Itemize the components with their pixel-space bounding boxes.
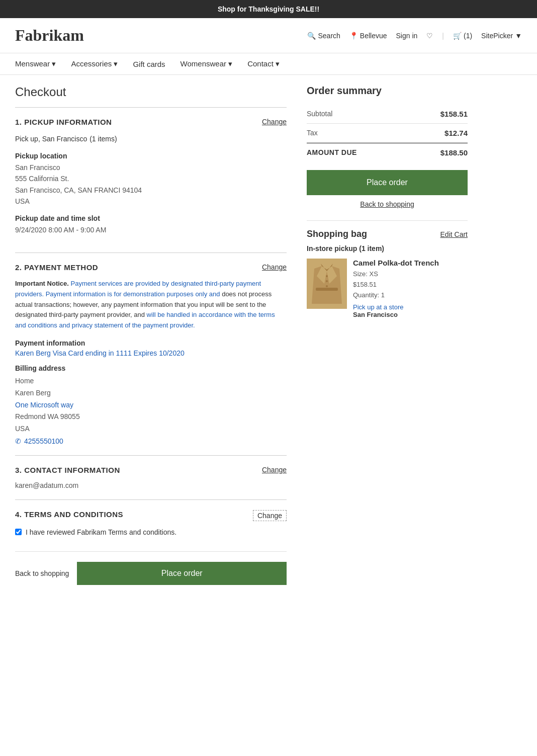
nav-accessories[interactable]: Accessories ▾ (71, 59, 118, 68)
tax-row: Tax $12.74 (307, 124, 468, 143)
cart-link[interactable]: 🛒 (1) (453, 32, 472, 40)
bag-item-image (307, 259, 347, 309)
billing-address: Home Karen Berg One Microsoft way Redmon… (15, 375, 287, 435)
cart-count: (1) (464, 32, 472, 40)
heart-icon[interactable]: ♡ (426, 32, 433, 40)
cart-icon: 🛒 (453, 32, 462, 40)
bottom-actions: Back to shopping Place order (15, 551, 287, 595)
svg-point-8 (326, 285, 328, 287)
site-picker[interactable]: SitePicker ▼ (481, 32, 522, 40)
bag-item: Camel Polka-dot Trench Size: XS $158.51 … (307, 259, 468, 318)
payment-notice: Important Notice. Payment services are p… (15, 279, 287, 331)
bag-item-details: Camel Polka-dot Trench Size: XS $158.51 … (353, 259, 468, 318)
contact-section-title: 3. CONTACT INFORMATION (15, 466, 120, 474)
search-label: Search (318, 32, 340, 40)
nav-womenswear[interactable]: Womenswear ▾ (181, 59, 233, 68)
contact-change-link[interactable]: Change (262, 466, 287, 474)
pickup-change-link[interactable]: Change (262, 118, 287, 126)
contact-email: karen@adatum.com (15, 481, 287, 489)
coat-svg (307, 259, 347, 309)
terms-checkbox-label: I have reviewed Fabrikam Terms and condi… (26, 528, 176, 536)
terms-section: 4. TERMS AND CONDITIONS Change I have re… (15, 499, 287, 546)
tax-label: Tax (307, 129, 318, 137)
contact-section: 3. CONTACT INFORMATION Change karen@adat… (15, 455, 287, 499)
back-to-shopping-link[interactable]: Back to shopping (307, 200, 468, 208)
nav-accessories-label: Accessories (71, 59, 112, 68)
bag-item-price: $158.51 (353, 280, 468, 290)
nav-giftcards[interactable]: Gift cards (133, 60, 165, 68)
nav-giftcards-label: Gift cards (133, 60, 165, 68)
terms-checkbox-row: I have reviewed Fabrikam Terms and condi… (15, 528, 287, 536)
payment-section-header: 2. PAYMENT METHOD Change (15, 263, 287, 272)
billing-line-2: Karen Berg (15, 387, 287, 399)
payment-section-title: 2. PAYMENT METHOD (15, 263, 98, 272)
payment-change-link[interactable]: Change (262, 263, 287, 271)
header: Fabrikam 🔍 Search 📍 Bellevue Sign in ♡ |… (0, 18, 537, 53)
search-link[interactable]: 🔍 Search (307, 32, 340, 40)
header-nav: 🔍 Search 📍 Bellevue Sign in ♡ | 🛒 (1) Si… (307, 32, 522, 40)
payment-info-value: Karen Berg Visa Card ending in 1111 Expi… (15, 349, 287, 357)
bag-subtitle: In-store pickup (1 item) (307, 244, 468, 253)
billing-line-1: Home (15, 375, 287, 387)
chevron-down-icon: ▾ (228, 59, 232, 68)
address-line-2: 555 California St. (15, 173, 287, 184)
order-summary-title: Order summary (307, 85, 468, 97)
total-label: AMOUNT DUE (307, 148, 357, 157)
top-banner: Shop for Thanksgiving SALE!! (0, 0, 537, 18)
nav-contact-label: Contact (247, 59, 274, 68)
shopping-bag-section: Shopping bag Edit Cart In-store pickup (… (307, 220, 468, 318)
nav-menswear[interactable]: Menswear ▾ (15, 59, 56, 68)
address-line-4: USA (15, 196, 287, 207)
search-icon: 🔍 (307, 32, 316, 40)
tax-amount: $12.74 (444, 129, 468, 137)
billing-line-5: USA (15, 423, 287, 435)
bottom-place-order-button[interactable]: Place order (77, 562, 287, 585)
edit-cart-link[interactable]: Edit Cart (440, 230, 468, 238)
bag-item-pickup: Pick up at a store (353, 303, 468, 311)
bag-header: Shopping bag Edit Cart (307, 229, 468, 239)
phone-value: 4255550100 (24, 437, 63, 445)
place-order-button[interactable]: Place order (307, 170, 468, 195)
subtotal-label: Subtotal (307, 110, 332, 118)
pickup-section-title: 1. PICKUP INFORMATION (15, 118, 112, 126)
signin-link[interactable]: Sign in (396, 32, 418, 40)
nav-womenswear-label: Womenswear (181, 59, 226, 68)
bag-item-size: Size: XS (353, 269, 468, 280)
payment-info-label: Payment information (15, 339, 287, 347)
address-line-3: San Francisco, CA, SAN FRANCI 94104 (15, 185, 287, 196)
pickup-city: Pick up, San Francisco (15, 135, 87, 143)
checkout-left: Checkout 1. PICKUP INFORMATION Change Pi… (15, 85, 287, 595)
payment-section: 2. PAYMENT METHOD Change Important Notic… (15, 253, 287, 455)
location-link[interactable]: 📍 Bellevue (349, 32, 387, 40)
billing-line-4: Redmond WA 98055 (15, 411, 287, 423)
bag-item-quantity: Quantity: 1 (353, 290, 468, 301)
bag-item-store: San Francisco (353, 311, 468, 318)
phone-icon: ✆ (15, 437, 21, 445)
terms-header: 4. TERMS AND CONDITIONS Change (15, 510, 287, 521)
pickup-section-header: 1. PICKUP INFORMATION Change (15, 118, 287, 126)
terms-checkbox[interactable] (15, 529, 22, 535)
svg-point-6 (326, 275, 328, 277)
pickup-items: (1 items) (89, 135, 117, 143)
pickup-address: San Francisco 555 California St. San Fra… (15, 162, 287, 207)
bottom-back-button[interactable]: Back to shopping (15, 569, 69, 577)
svg-rect-5 (316, 288, 338, 291)
terms-change-button[interactable]: Change (253, 510, 287, 521)
site-picker-label: SitePicker (481, 32, 513, 40)
pickup-section: 1. PICKUP INFORMATION Change Pick up, Sa… (15, 107, 287, 253)
address-line-1: San Francisco (15, 162, 287, 173)
location-icon: 📍 (349, 32, 358, 40)
bag-title: Shopping bag (307, 229, 367, 239)
datetime-value: 9/24/2020 8:00 AM - 9:00 AM (15, 224, 287, 235)
chevron-down-icon: ▾ (52, 59, 56, 68)
contact-section-header: 3. CONTACT INFORMATION Change (15, 466, 287, 474)
billing-line-3: One Microsoft way (15, 399, 287, 411)
total-amount: $188.50 (440, 148, 468, 157)
nav-contact[interactable]: Contact ▾ (247, 59, 280, 68)
bag-item-info: Size: XS $158.51 Quantity: 1 (353, 269, 468, 300)
nav-menu: Menswear ▾ Accessories ▾ Gift cards Wome… (0, 53, 537, 75)
order-summary: Order summary Subtotal $158.51 Tax $12.7… (307, 85, 468, 208)
nav-menswear-label: Menswear (15, 59, 50, 68)
svg-marker-1 (312, 266, 342, 304)
logo[interactable]: Fabrikam (15, 26, 307, 45)
